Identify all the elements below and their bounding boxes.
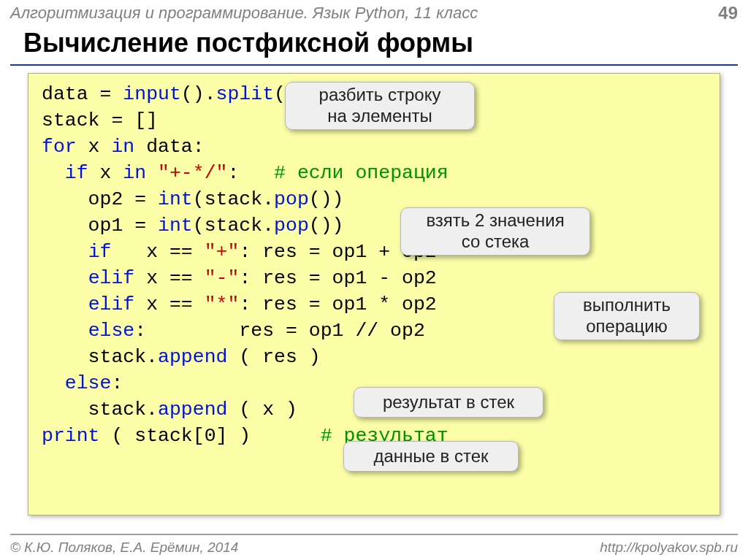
title-underline <box>10 64 738 66</box>
footer-url: http://kpolyakov.spb.ru <box>600 540 738 556</box>
callout-push-data: данные в стек <box>343 441 519 472</box>
slide: Алгоритмизация и программирование. Язык … <box>0 0 748 560</box>
callout-op: выполнить операцию <box>554 292 700 340</box>
footer-copyright: © К.Ю. Поляков, Е.А. Ерёмин, 2014 <box>10 540 238 556</box>
code-text: data <box>42 83 88 105</box>
slide-header: Алгоритмизация и программирование. Язык … <box>10 3 738 23</box>
page-number: 49 <box>718 3 738 23</box>
slide-title: Вычисление постфиксной формы <box>23 28 473 58</box>
callout-split: разбить строку на элементы <box>285 82 475 130</box>
callout-push-res: результат в стек <box>354 387 543 418</box>
header-title: Алгоритмизация и программирование. Язык … <box>10 4 478 23</box>
callout-pop2: взять 2 значения со стека <box>400 207 590 256</box>
slide-footer: © К.Ю. Поляков, Е.А. Ерёмин, 2014 http:/… <box>10 534 738 556</box>
